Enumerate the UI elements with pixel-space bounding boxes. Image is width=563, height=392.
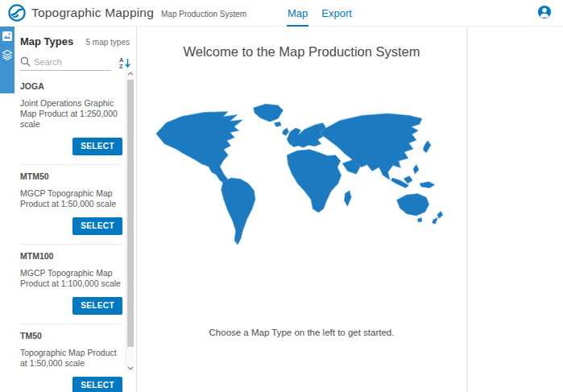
map-type-list: JOGA Joint Operations Graphic Map Produc… bbox=[20, 75, 123, 392]
map-type-card-joga: JOGA Joint Operations Graphic Map Produc… bbox=[20, 75, 123, 165]
map-type-name: JOGA bbox=[20, 81, 123, 91]
chevron-down-icon[interactable] bbox=[126, 363, 135, 373]
map-type-name: MTM100 bbox=[20, 251, 123, 261]
map-types-panel: Map Types 5 map types A Z JOGA Joint bbox=[14, 27, 137, 392]
select-button-mtm100[interactable]: SELECT bbox=[72, 297, 122, 315]
map-types-header: Map Types 5 map types bbox=[14, 27, 136, 47]
search-input[interactable] bbox=[34, 57, 92, 67]
map-type-description: Topographic Map Product at 1:50,000 scal… bbox=[20, 348, 123, 369]
map-panel-icon[interactable] bbox=[2, 31, 13, 42]
tool-strip bbox=[0, 27, 14, 93]
svg-text:Z: Z bbox=[119, 63, 123, 69]
map-type-name: TM50 bbox=[20, 331, 123, 340]
app-subtitle: Map Production System bbox=[161, 7, 246, 19]
map-type-card-mtm100: MTM100 MGCP Topographic Map Product at 1… bbox=[20, 245, 123, 324]
tab-export[interactable]: Export bbox=[321, 0, 353, 27]
app-header: Topographic Mapping Map Production Syste… bbox=[0, 0, 563, 27]
tab-map[interactable]: Map bbox=[287, 0, 308, 27]
welcome-title: Welcome to the Map Production System bbox=[137, 44, 466, 60]
header-tabs: Map Export bbox=[287, 0, 353, 27]
select-button-tm50[interactable]: SELECT bbox=[72, 377, 122, 392]
chevron-up-icon[interactable] bbox=[126, 68, 135, 78]
user-avatar-icon[interactable] bbox=[537, 5, 552, 19]
welcome-panel: Welcome to the Map Production System bbox=[137, 27, 468, 392]
select-button-joga[interactable]: SELECT bbox=[72, 138, 122, 155]
app-title: Topographic Mapping bbox=[31, 6, 154, 20]
layers-icon[interactable] bbox=[2, 49, 13, 60]
search-icon bbox=[20, 56, 31, 67]
map-type-description: MGCP Topographic Map Product at 1:100,00… bbox=[20, 268, 123, 289]
scrollbar-thumb[interactable] bbox=[127, 80, 134, 347]
globe-logo-icon bbox=[8, 4, 26, 22]
map-type-description: Joint Operations Graphic Map Product at … bbox=[20, 98, 123, 130]
app-window: Topographic Mapping Map Production Syste… bbox=[0, 0, 563, 392]
select-button-mtm50[interactable]: SELECT bbox=[72, 217, 122, 235]
map-type-description: MGCP Topographic Map Product at 1:50,000… bbox=[20, 188, 123, 209]
instruction-text: Choose a Map Type on the left to get sta… bbox=[137, 328, 466, 337]
panel-title: Map Types bbox=[20, 35, 73, 47]
sidebar-scrollbar[interactable] bbox=[126, 68, 134, 373]
map-type-card-mtm50: MTM50 MGCP Topographic Map Product at 1:… bbox=[20, 165, 123, 245]
sort-a-to-z-icon[interactable]: A Z bbox=[118, 56, 131, 69]
search-row: A Z bbox=[20, 56, 131, 71]
world-map-image bbox=[144, 99, 460, 257]
map-type-card-tm50: TM50 Topographic Map Product at 1:50,000… bbox=[20, 324, 123, 392]
map-type-name: MTM50 bbox=[20, 171, 123, 181]
search-box bbox=[20, 56, 111, 71]
map-type-count: 5 map types bbox=[86, 38, 130, 47]
